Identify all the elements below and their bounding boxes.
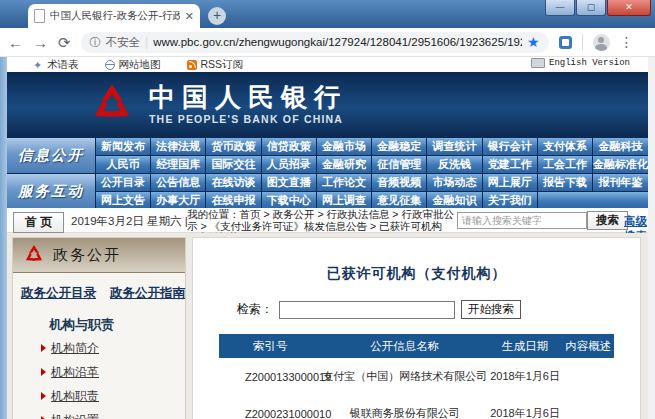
table-cell: Z2000231000010 [219,408,322,419]
menu-icon[interactable]: ⋮ [620,34,634,50]
nav-item[interactable]: 公告信息 [151,174,205,191]
nav-item[interactable]: 经理国库 [151,156,205,173]
url-text: www.pbc.gov.cn/zhengwugongkai/127924/128… [153,36,522,48]
nav-item[interactable]: 货币政策 [206,138,260,155]
close-window-button[interactable]: ✕ [607,0,651,16]
retrieve-search-button[interactable]: 开始搜索 [461,300,521,319]
sidebar-header: 政务公开 [13,238,185,273]
compass-icon: ✦ [33,60,43,70]
table-row: Z2000133000019支付宝（中国）网络技术有限公司2018年1月6日 [219,358,614,395]
browser-tab[interactable]: 中国人民银行-政务公开-行政执法 ✕ [28,4,200,28]
quick-link-globe[interactable]: 网站地图 [105,58,161,72]
nav-item[interactable]: 下载中心 [262,192,316,209]
back-icon[interactable]: ← [8,35,23,50]
minimize-button[interactable]: — [545,0,575,16]
bank-title-en: THE PEOPLE'S BANK OF CHINA [149,113,347,125]
info-name-link[interactable]: 支付宝（中国）网络技术有限公司 [322,369,488,384]
breadcrumb-row: 首 页 2019年3月2日 星期六 | 我的位置：首页 > 政务公开 > 行政执… [7,208,648,233]
nav-item[interactable]: 金融知识 [427,192,481,209]
scrollbar[interactable] [647,57,655,419]
sidebar-item[interactable]: 机构沿革 [41,360,185,384]
toolbar-divider [582,34,583,50]
address-bar[interactable]: ⓘ 不安全 | www.pbc.gov.cn/zhengwugongkai/12… [81,32,549,53]
sidebar-item[interactable]: 机构职责 [41,384,185,408]
quick-link-label: 术语表 [47,58,79,72]
new-tab-button[interactable]: + [208,7,226,25]
nav-item[interactable]: 在线访谈 [206,174,260,191]
reload-icon[interactable]: ⟳ [58,35,71,50]
info-icon[interactable]: ⓘ [90,35,101,50]
nav-item[interactable]: 党建工作 [483,156,537,173]
nav-item[interactable]: 关于我们 [483,192,537,209]
nav-item[interactable]: 网上调查 [317,192,371,209]
nav-item[interactable]: 征信管理 [372,156,426,173]
nav-item[interactable]: 调查统计 [427,138,481,155]
nav-item[interactable]: 市场动态 [427,174,481,191]
english-version-link[interactable]: English Version [531,58,630,68]
sidebar-item-label: 机构设置 [51,412,99,419]
table-body: Z2000133000019支付宝（中国）网络技术有限公司2018年1月6日Z2… [219,358,614,419]
nav-item[interactable]: 反洗钱 [427,156,481,173]
sidebar-top-link[interactable]: 政务公开目录 [21,285,96,302]
nav-item[interactable]: 金融稳定 [372,138,426,155]
nav-item[interactable]: 人员招录 [262,156,316,173]
nav-item[interactable]: 网上文告 [96,192,150,209]
table-header-cell: 公开信息名称 [322,339,488,354]
nav-item[interactable]: 金融科技 [593,138,648,155]
tab-title: 中国人民银行-政务公开-行政执法 [50,9,180,23]
retrieve-row: 检索： 开始搜索 [237,300,640,319]
site-search-input[interactable] [457,212,587,229]
nav-filler [538,192,648,209]
sidebar-item[interactable]: 机构设置 [41,408,185,419]
nav-item[interactable]: 意见征集 [372,192,426,209]
nav-item[interactable]: 办事大厅 [151,192,205,209]
nav-item[interactable]: 银行会计 [483,138,537,155]
nav-item[interactable]: 音频视频 [372,174,426,191]
maximize-button[interactable]: ▢ [576,0,606,16]
nav-item[interactable]: 国际交往 [206,156,260,173]
nav-item[interactable]: 新闻发布 [96,138,150,155]
nav-item[interactable]: 图文直播 [262,174,316,191]
address-divider: | [145,35,148,49]
nav-item[interactable]: 金融标准化 [593,156,648,173]
nav-item[interactable]: 支付体系 [538,138,592,155]
profile-avatar[interactable] [593,34,610,51]
arrow-bullet-icon [41,344,46,352]
nav-item[interactable]: 公开目录 [96,174,150,191]
date-text: 2019年3月2日 星期六 | [71,214,188,229]
nav-item[interactable]: 网上展厅 [483,174,537,191]
home-button[interactable]: 首 页 [13,212,64,233]
nav-item[interactable]: 工会工作 [538,156,592,173]
forward-icon[interactable]: → [33,35,48,50]
nav-item[interactable]: 报刊年鉴 [593,174,648,191]
table-header-cell: 索引号 [219,339,322,354]
sidebar-sections: 机构与职责机构简介机构沿革机构职责机构设置法规政策法律法规 [13,316,185,419]
quick-link-rss[interactable]: RSS订阅 [187,58,244,72]
sidebar-title: 政务公开 [53,246,121,265]
quick-link-label: 网站地图 [119,58,161,72]
retrieve-input[interactable] [279,301,455,319]
tab-close-icon[interactable]: ✕ [185,10,194,23]
nav-item[interactable]: 报告下载 [538,174,592,191]
nav-item[interactable]: 金融市场 [317,138,371,155]
nav-item[interactable]: 在线申报 [206,192,260,209]
info-name-link[interactable]: 银联商务股份有限公司 [322,406,488,419]
quick-links: ✦术语表网站地图RSS订阅 English Version [7,57,648,72]
nav-item[interactable]: 工作论文 [317,174,371,191]
sidebar-item[interactable]: 机构简介 [41,336,185,360]
arrow-bullet-icon [41,392,46,400]
site-search-button[interactable]: 搜索 [587,211,628,230]
nav-group-label[interactable]: 服务互动 [7,174,95,209]
bookmark-star-icon[interactable]: ★ [527,34,540,50]
sidebar-top-link[interactable]: 政务公开指南 [110,285,185,302]
extension-icon[interactable] [559,36,572,49]
nav-item[interactable]: 信贷政策 [262,138,316,155]
quick-link-compass[interactable]: ✦术语表 [33,58,79,72]
nav-item[interactable]: 金融研究 [317,156,371,173]
nav-item[interactable]: 人民币 [96,156,150,173]
nav-group-label[interactable]: 信息公开 [7,138,95,173]
table-header-cell: 生成日期 [488,339,563,354]
rss-icon [187,60,197,70]
nav-item[interactable]: 法律法规 [151,138,205,155]
sidebar: 政务公开 政务公开目录政务公开指南 机构与职责机构简介机构沿革机构职责机构设置法… [12,237,186,419]
